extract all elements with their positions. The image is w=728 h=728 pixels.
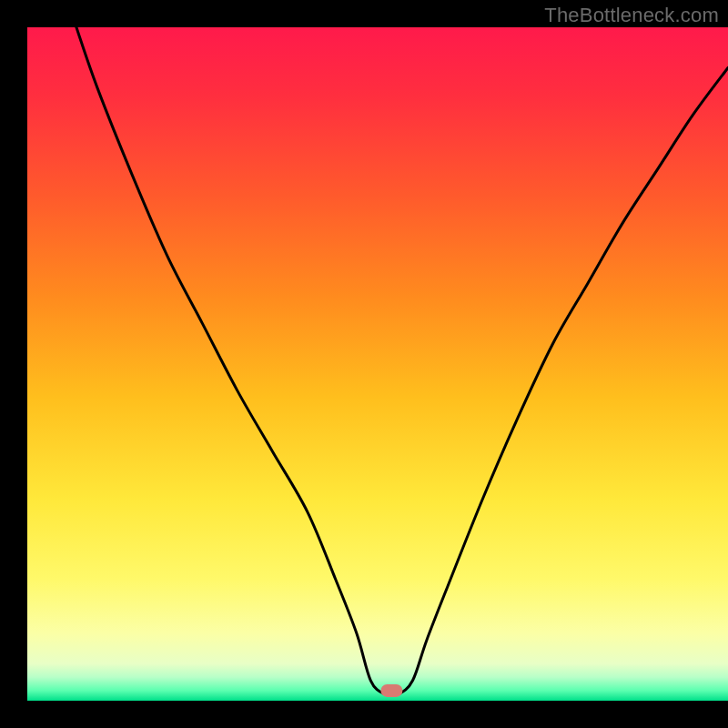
watermark-label: TheBottleneck.com [544,4,719,27]
optimum-marker [380,684,402,697]
bottleneck-chart [0,0,728,728]
plot-background [27,27,728,701]
chart-frame: TheBottleneck.com [0,0,728,728]
